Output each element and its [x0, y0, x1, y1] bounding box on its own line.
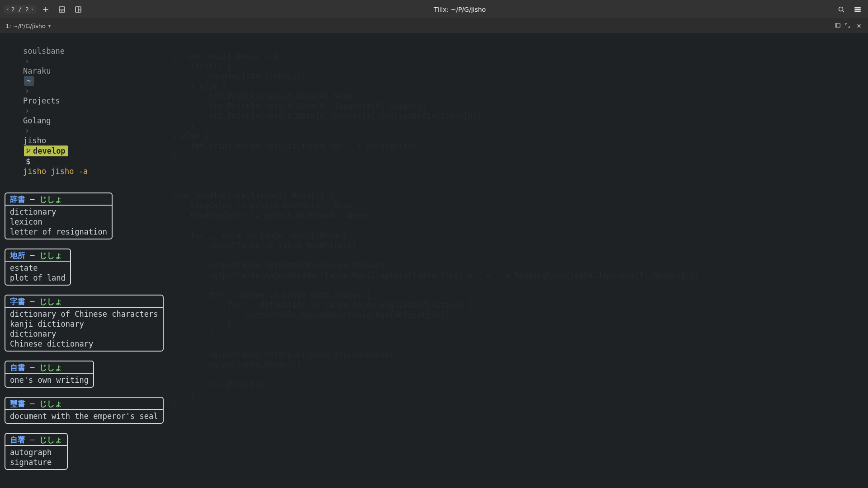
result-reading: じしょ — [39, 251, 62, 260]
svg-point-2 — [839, 7, 843, 11]
page-indicator: 2 / 2 — [11, 6, 29, 13]
result-card-header: 字書 – じしょ — [5, 296, 163, 308]
result-reading: じしょ — [39, 195, 62, 204]
session-tabstrip: 1: ~/P/G/jisho ▾ ✕ — [0, 19, 868, 33]
result-card-body: dictionary lexicon letter of resignation — [5, 206, 112, 239]
prompt-sep-icon: › — [25, 56, 29, 66]
dash-sep: – — [25, 297, 39, 306]
app-menu-button[interactable] — [851, 3, 864, 16]
prompt-path-seg: Golang — [23, 116, 51, 125]
dash-sep: – — [25, 251, 39, 260]
result-card-header: 自署 – じしょ — [5, 434, 67, 446]
chevron-down-icon[interactable]: ▾ — [48, 23, 51, 28]
terminal-paginator[interactable]: ‹ 2 / 2 › — [4, 5, 36, 14]
window-title: Tilix: ~/P/G/jisho — [89, 6, 831, 13]
tabstrip-right-controls: ✕ — [835, 22, 865, 31]
result-slug: 辞書 — [10, 195, 25, 204]
prompt-host: Naraku — [23, 66, 51, 75]
git-branch-badge: develop — [24, 145, 68, 156]
dash-sep: – — [25, 435, 39, 444]
result-reading: じしょ — [39, 297, 62, 306]
prompt-sep-icon: › — [25, 86, 29, 95]
svg-point-9 — [29, 150, 30, 150]
git-branch-name: develop — [33, 146, 66, 156]
result-card-body: autograph signature — [5, 446, 67, 469]
result-card: 璽書 – じしょdocument with the emperor's seal — [5, 397, 164, 424]
prompt-user: soulsbane — [23, 47, 65, 56]
command-text: jisho jisho -a — [23, 167, 88, 176]
result-slug: 自書 — [10, 363, 25, 372]
prompt-path-seg: jisho — [23, 136, 46, 145]
svg-rect-3 — [855, 7, 860, 8]
titlebar-right-controls — [835, 3, 864, 16]
session-tab-label: 1: ~/P/G/jisho — [5, 23, 46, 29]
dash-sep: – — [25, 363, 39, 372]
svg-rect-4 — [855, 9, 860, 10]
split-right-button[interactable] — [71, 3, 85, 16]
result-card-body: one's own writing — [5, 374, 93, 387]
result-card: 地所 – じしょestate plot of land — [5, 249, 71, 286]
prompt-home: ~ — [24, 76, 34, 86]
chevron-left-icon[interactable]: ‹ — [6, 6, 9, 12]
results-container: 辞書 – じしょdictionary lexicon letter of res… — [5, 192, 863, 479]
session-tab[interactable]: 1: ~/P/G/jisho ▾ — [3, 19, 55, 33]
prompt-symbol: $ — [26, 157, 30, 166]
result-card-header: 璽書 – じしょ — [5, 398, 163, 410]
result-slug: 字書 — [10, 297, 25, 306]
close-pane-button[interactable]: ✕ — [854, 22, 863, 31]
prompt-path-seg: Projects — [23, 96, 60, 105]
new-terminal-button[interactable] — [39, 3, 52, 16]
chevron-right-icon[interactable]: › — [31, 6, 34, 12]
result-card-body: document with the emperor's seal — [5, 410, 163, 423]
result-slug: 地所 — [10, 251, 25, 260]
result-card: 字書 – じしょdictionary of Chinese characters… — [5, 295, 164, 352]
window-titlebar: ‹ 2 / 2 › Tilix: ~/P/G/jisho — [0, 0, 868, 19]
maximize-pane-icon[interactable] — [844, 22, 851, 30]
result-reading: じしょ — [39, 435, 62, 444]
result-slug: 璽書 — [10, 399, 25, 408]
svg-point-7 — [27, 149, 28, 150]
result-reading: じしょ — [39, 399, 62, 408]
result-card-body: dictionary of Chinese characters kanji d… — [5, 308, 163, 351]
result-card: 自署 – じしょautograph signature — [5, 433, 68, 470]
split-down-button[interactable] — [55, 3, 69, 16]
terminal-pane[interactable]: if len(result.Data) > 0 { listAll { hand… — [0, 33, 868, 488]
prompt-line: soulsbane › Naraku ~ › Projects › Golang… — [5, 36, 863, 186]
titlebar-left-controls: ‹ 2 / 2 › — [4, 3, 85, 16]
result-card-body: estate plot of land — [5, 262, 70, 285]
dash-sep: – — [25, 399, 39, 408]
result-slug: 自署 — [10, 435, 25, 444]
git-branch-icon — [26, 148, 31, 154]
prompt-sep-icon: › — [25, 106, 29, 115]
result-card-header: 自書 – じしょ — [5, 361, 93, 374]
result-reading: じしょ — [39, 363, 62, 372]
result-card-header: 辞書 – じしょ — [5, 193, 112, 206]
dash-sep: – — [25, 195, 39, 204]
svg-rect-6 — [835, 23, 840, 28]
svg-rect-5 — [855, 11, 860, 12]
readonly-icon[interactable] — [835, 22, 841, 30]
result-card: 自書 – じしょone's own writing — [5, 361, 94, 388]
prompt-sep-icon: › — [25, 126, 29, 135]
result-card: 辞書 – じしょdictionary lexicon letter of res… — [5, 192, 113, 239]
result-card-header: 地所 – じしょ — [5, 249, 70, 262]
search-button[interactable] — [835, 3, 848, 16]
